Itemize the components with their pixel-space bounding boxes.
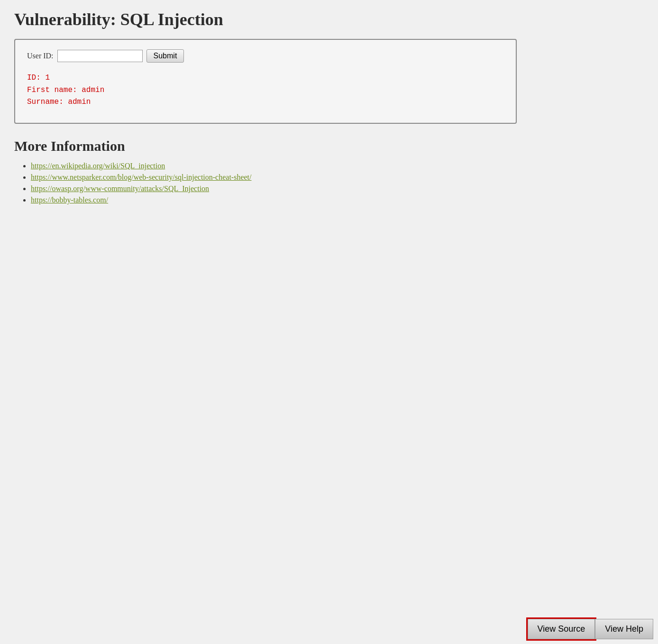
view-source-button[interactable]: View Source: [528, 619, 595, 639]
info-link[interactable]: https://bobby-tables.com/: [31, 196, 108, 204]
links-list: https://en.wikipedia.org/wiki/SQL_inject…: [14, 162, 644, 204]
info-link[interactable]: https://www.netsparker.com/blog/web-secu…: [31, 173, 252, 181]
list-item: https://www.netsparker.com/blog/web-secu…: [31, 173, 644, 182]
bottom-buttons-container: View Source View Help: [523, 614, 658, 644]
page-title: Vulnerability: SQL Injection: [14, 9, 644, 29]
more-info-section: More Information https://en.wikipedia.or…: [14, 138, 644, 204]
result-surname-line: Surname: admin: [27, 96, 504, 109]
submit-button[interactable]: Submit: [146, 49, 184, 63]
sql-injection-form-box: User ID: Submit ID: 1 First name: admin …: [14, 39, 517, 124]
result-id-line: ID: 1: [27, 72, 504, 84]
user-id-label: User ID:: [27, 52, 54, 60]
user-id-input[interactable]: [57, 50, 143, 62]
form-row: User ID: Submit: [27, 49, 504, 63]
more-info-title: More Information: [14, 138, 644, 154]
list-item: https://owasp.org/www-community/attacks/…: [31, 184, 644, 193]
result-output: ID: 1 First name: admin Surname: admin: [27, 72, 504, 109]
view-help-button[interactable]: View Help: [595, 619, 653, 639]
list-item: https://bobby-tables.com/: [31, 196, 644, 204]
list-item: https://en.wikipedia.org/wiki/SQL_inject…: [31, 162, 644, 170]
result-first-name-line: First name: admin: [27, 84, 504, 97]
info-link[interactable]: https://en.wikipedia.org/wiki/SQL_inject…: [31, 162, 165, 170]
info-link[interactable]: https://owasp.org/www-community/attacks/…: [31, 184, 209, 193]
